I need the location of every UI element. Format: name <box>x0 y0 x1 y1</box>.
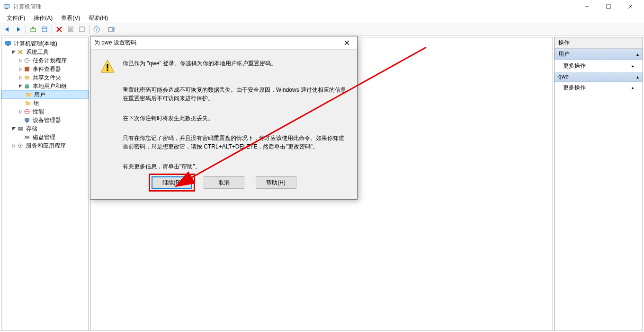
svg-point-38 <box>27 84 29 86</box>
menu-action[interactable]: 操作(A) <box>30 13 56 23</box>
tree-label: 共享文件夹 <box>33 74 61 82</box>
tree-shared-folders[interactable]: 共享文件夹 <box>1 73 89 82</box>
app-icon <box>3 3 10 10</box>
expand-icon[interactable] <box>11 143 17 149</box>
expand-icon[interactable] <box>18 66 23 72</box>
tools-icon <box>17 48 24 56</box>
device-icon <box>23 116 31 124</box>
tree-label: 组 <box>34 99 39 107</box>
forward-button[interactable] <box>13 24 24 35</box>
svg-rect-1 <box>4 5 9 8</box>
collapse-icon[interactable] <box>11 126 17 131</box>
tree-services[interactable]: 服务和应用程序 <box>1 141 89 150</box>
tree-label: 本地用户和组 <box>33 82 67 90</box>
svg-point-53 <box>28 137 29 138</box>
storage-icon <box>17 125 24 132</box>
actions-section-qwe[interactable]: qwe ▴ <box>555 72 643 82</box>
tree-users[interactable]: 用户 <box>1 90 89 99</box>
back-button[interactable] <box>2 24 12 35</box>
expand-icon[interactable] <box>18 58 23 63</box>
collapse-icon[interactable] <box>11 49 17 55</box>
menu-view[interactable]: 查看(V) <box>57 13 84 23</box>
title-bar: 计算机管理 <box>0 0 644 13</box>
svg-rect-2 <box>5 9 8 9</box>
svg-point-37 <box>25 84 27 86</box>
separator <box>26 25 26 34</box>
dialog-text-2: 重置此密码可能会造成不可恢复的数据丢失。由于安全原因，Windows 通过使相应… <box>123 86 348 103</box>
list-button[interactable] <box>65 24 76 35</box>
shared-folder-icon <box>23 74 31 81</box>
svg-marker-49 <box>12 127 16 131</box>
svg-rect-11 <box>42 27 47 32</box>
svg-text:?: ? <box>96 27 98 32</box>
chevron-right-icon: ▸ <box>632 63 634 69</box>
maximize-button[interactable] <box>598 0 619 13</box>
menu-help[interactable]: 帮助(H) <box>85 13 112 23</box>
more-actions-qwe[interactable]: 更多操作 ▸ <box>555 82 643 94</box>
tree-event-viewer[interactable]: 事件查看器 <box>1 65 89 73</box>
tree-storage[interactable]: 存储 <box>1 124 89 133</box>
svg-rect-39 <box>25 86 29 88</box>
separator <box>89 25 89 34</box>
users-icon <box>23 82 31 90</box>
svg-rect-19 <box>80 27 84 32</box>
delete-button[interactable] <box>54 24 64 35</box>
up-button[interactable] <box>28 24 38 35</box>
svg-rect-40 <box>26 93 31 96</box>
help-button[interactable]: 帮助(H) <box>256 176 296 189</box>
warning-icon <box>100 59 115 74</box>
close-button[interactable] <box>619 0 641 13</box>
cancel-button[interactable]: 取消 <box>204 176 244 189</box>
dialog-titlebar[interactable]: 为 qwe 设置密码 <box>90 36 357 50</box>
event-icon <box>23 65 31 73</box>
svg-rect-35 <box>25 76 27 77</box>
show-pane-button[interactable] <box>106 24 116 35</box>
folder-icon <box>25 91 32 98</box>
tree-pane[interactable]: 计算机管理(本地) 系统工具 任务计划程序 <box>1 37 89 331</box>
tree-performance[interactable]: 性能 <box>1 107 89 116</box>
svg-marker-33 <box>19 76 22 79</box>
svg-rect-32 <box>25 67 29 71</box>
expand-icon[interactable] <box>18 75 23 80</box>
services-icon <box>17 142 24 149</box>
more-actions-users[interactable]: 更多操作 ▸ <box>555 60 643 72</box>
tree-system-tools[interactable]: 系统工具 <box>1 48 89 56</box>
folder-icon <box>24 99 32 107</box>
dialog-body: 你已作为 "qwe" 登录。你选择为你的本地用户帐户重置密码。 重置此密码可能会… <box>90 50 357 199</box>
continue-button[interactable]: 继续(P) <box>152 176 192 189</box>
menu-file[interactable]: 文件(F) <box>3 13 29 23</box>
menu-bar: 文件(F) 操作(A) 查看(V) 帮助(H) <box>0 13 644 23</box>
svg-rect-41 <box>26 93 28 94</box>
minimize-button[interactable] <box>576 0 598 13</box>
tree-groups[interactable]: 组 <box>1 99 89 107</box>
svg-rect-50 <box>18 127 23 129</box>
window-title: 计算机管理 <box>13 3 576 11</box>
tree-task-scheduler[interactable]: 任务计划程序 <box>1 56 89 65</box>
svg-marker-54 <box>13 144 15 148</box>
actions-section-users[interactable]: 用户 ▴ <box>555 49 643 60</box>
tree-label: 用户 <box>34 91 45 99</box>
help-button[interactable]: ? <box>91 24 102 35</box>
expand-icon[interactable] <box>18 109 23 114</box>
tree-label: 事件查看器 <box>33 65 61 73</box>
properties-button[interactable] <box>39 24 50 35</box>
tree-label: 服务和应用程序 <box>26 142 66 150</box>
svg-rect-60 <box>107 64 108 69</box>
window-controls <box>576 0 641 13</box>
collapse-icon[interactable] <box>18 83 23 89</box>
svg-marker-7 <box>5 27 9 32</box>
tree-label: 计算机管理(本地) <box>14 40 57 48</box>
dialog-text-5: 有关更多信息，请单击"帮助"。 <box>123 162 348 171</box>
tree-root[interactable]: 计算机管理(本地) <box>1 39 89 48</box>
dialog-title: 为 qwe 设置密码 <box>94 39 340 47</box>
svg-rect-23 <box>112 27 114 31</box>
tree-local-users[interactable]: 本地用户和组 <box>1 82 89 90</box>
section-label: qwe <box>558 73 569 80</box>
dialog-text-1: 你已作为 "qwe" 登录。你选择为你的本地用户帐户重置密码。 <box>123 59 277 68</box>
tree-device-manager[interactable]: 设备管理器 <box>1 116 89 124</box>
tree-disk-management[interactable]: 磁盘管理 <box>1 133 89 141</box>
svg-marker-8 <box>17 27 20 32</box>
dialog-close-button[interactable] <box>340 38 353 48</box>
refresh-button[interactable] <box>77 24 87 35</box>
clock-icon <box>23 57 31 64</box>
